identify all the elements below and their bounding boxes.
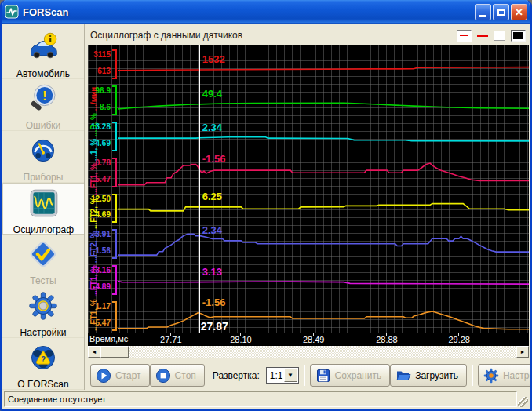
scale-min-label: 8.6 (88, 103, 111, 111)
sidebar-item-tests[interactable]: Тесты (2, 235, 84, 286)
scale-min-label: -4.69 (88, 139, 111, 147)
minimize-button[interactable] (475, 4, 491, 20)
trace-7 (118, 311, 529, 329)
scale-bracket (112, 122, 117, 151)
sidebar-item-label: Осциллограф (13, 224, 74, 235)
steering-wheel-question-icon: ? (2, 342, 84, 376)
sidebar-item-label: Приборы (24, 172, 64, 183)
scale-min-label: -4.89 (88, 282, 111, 291)
folder-icon (395, 368, 411, 384)
load-button[interactable]: Загрузить (390, 364, 467, 387)
scope-toolbar: Старт Стоп Развертка: 1:1 ▼ Сохранить За… (87, 361, 532, 390)
cursor-value-label: 2.34 (202, 225, 222, 236)
sidebar: i Автомобиль ! Ошибки Приборы Осциллогра… (2, 24, 85, 390)
scale-bracket (112, 49, 117, 79)
trace-2 (118, 137, 529, 141)
sidebar-item-errors[interactable]: ! Ошибки (2, 79, 84, 131)
scale-min-label: 613 (88, 67, 111, 75)
sidebar-item-label: Тесты (30, 275, 56, 286)
cursor-value-label: 6.25 (202, 191, 222, 202)
start-button[interactable]: Старт (90, 364, 150, 387)
cursor-value-label: 2.34 (202, 122, 222, 133)
gear-icon (2, 290, 84, 325)
x-tick-label: 29.28 (448, 335, 470, 344)
display-options (457, 30, 526, 42)
save-button[interactable]: Сохранить (310, 364, 391, 387)
scale-bracket (112, 301, 117, 331)
scale-max-label: 3.91 (88, 230, 111, 238)
cursor-value-label: 3.13 (202, 267, 222, 278)
maximize-button[interactable] (493, 4, 509, 20)
window-title: FORScan (23, 6, 475, 18)
chevron-down-icon[interactable]: ▼ (284, 369, 297, 382)
cursor-value-label: -1.56 (202, 297, 226, 308)
traces-svg (118, 45, 529, 333)
scale-min-label: -4.69 (88, 210, 111, 219)
line-width-sample (477, 35, 488, 37)
oscilloscope-panel: Осциллограф с данными датчиков ...FT1, %… (87, 24, 532, 390)
scale-max-label: 1.17 (88, 302, 111, 311)
sweep-label: Развертка: (213, 370, 260, 381)
sidebar-item-label: О FORScan (17, 379, 68, 390)
time-axis: Время,мс 27.7128.1028.4928.8829.28 (88, 333, 529, 346)
x-tick-label: 28.49 (303, 335, 325, 344)
maximize-icon (497, 9, 505, 16)
scale-min-label: -5.47 (88, 318, 111, 327)
play-icon (96, 368, 111, 384)
sidebar-item-label: Настройки (20, 327, 67, 338)
cursor-time-label: 27.87 (201, 320, 228, 333)
status-text: Соединение отсутствует (8, 395, 106, 404)
gear-small-icon (483, 368, 499, 384)
sidebar-item-settings[interactable]: Настройки (2, 286, 84, 338)
scope-plot[interactable]: ...FT1, % ...FT1, % ...FT2, % ...FT2, % … (88, 45, 529, 333)
resize-grip[interactable] (518, 397, 528, 407)
sidebar-item-vehicle[interactable]: i Автомобиль (2, 27, 84, 79)
red-line-icon (460, 35, 468, 36)
scale-max-label: 3115 (88, 50, 111, 59)
scroll-thumb[interactable] (100, 346, 129, 358)
trace-5 (118, 234, 529, 255)
sidebar-item-gauges[interactable]: Приборы (2, 131, 84, 183)
horizontal-scrollbar[interactable]: ◄ ► (88, 346, 529, 358)
sweep-value: 1:1 (267, 370, 283, 381)
stop-button[interactable]: Стоп (150, 364, 205, 387)
forscan-window: FORScan ✕ i Автомобиль ! Ошибки Приборы (0, 0, 532, 411)
trace-6 (118, 282, 529, 285)
time-axis-label: Время,мс (89, 334, 128, 344)
minimize-icon (479, 15, 486, 17)
panel-title: Осциллограф с данными датчиков (90, 30, 457, 41)
x-tick-label: 28.88 (376, 335, 398, 344)
stop-icon (155, 368, 171, 384)
scroll-left-button[interactable]: ◄ (88, 346, 100, 358)
trace-0 (118, 67, 529, 71)
scale-min-label: -5.47 (88, 175, 111, 184)
background-white-button[interactable] (494, 31, 505, 41)
statusbar: Соединение отсутствует (2, 390, 530, 409)
scroll-right-button[interactable]: ► (516, 346, 529, 358)
time-cursor[interactable] (199, 45, 200, 333)
scale-bracket (112, 158, 117, 187)
scale-max-label: 13.16 (88, 266, 111, 275)
line-style-button[interactable] (457, 30, 472, 42)
scale-max-label: 0.78 (88, 158, 111, 167)
scale-min-label: -1.56 (88, 246, 111, 255)
magnifier-exclamation-icon: ! (2, 83, 84, 118)
scroll-track[interactable] (129, 346, 516, 358)
scale-max-label: 12.50 (88, 195, 111, 203)
toolbar-separator (472, 365, 473, 386)
cursor-value-label: 1532 (202, 54, 225, 65)
sidebar-item-about[interactable]: ? О FORScan (2, 338, 84, 390)
close-button[interactable]: ✕ (511, 4, 527, 20)
titlebar: FORScan ✕ (0, 0, 532, 24)
car-info-icon: i (2, 31, 84, 66)
background-black-button[interactable] (511, 30, 526, 42)
scale-bracket (112, 85, 117, 115)
sidebar-item-label: Ошибки (26, 120, 61, 131)
sweep-select[interactable]: 1:1 ▼ (266, 367, 299, 384)
x-tick-label: 27.71 (160, 335, 182, 344)
oscilloscope-icon (3, 187, 84, 222)
floppy-icon (315, 368, 331, 384)
sidebar-item-oscilloscope[interactable]: Осциллограф (2, 183, 84, 235)
scope-settings-button[interactable]: Настройка (478, 364, 532, 387)
oscilloscope-display[interactable]: ...FT1, % ...FT1, % ...FT2, % ...FT2, % … (88, 45, 529, 346)
